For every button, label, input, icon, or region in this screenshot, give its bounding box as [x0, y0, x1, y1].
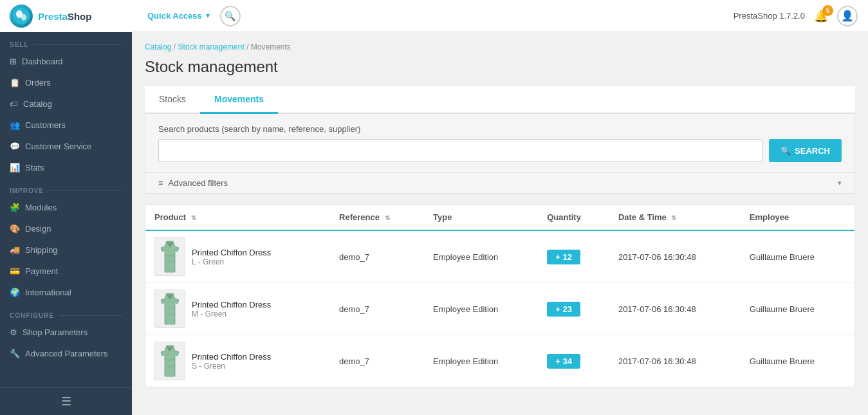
customers-icon: 👥: [10, 120, 20, 130]
advanced-filters-toggle[interactable]: ≡ Advanced filters ▾: [145, 173, 855, 194]
employee-cell-0: Guillaume Bruere: [741, 230, 854, 283]
improve-section-label: IMPROVE: [0, 178, 132, 197]
sidebar-item-payment[interactable]: 💳 Payment: [0, 261, 132, 282]
search-btn-label: SEARCH: [795, 146, 830, 156]
configure-section-label: CONFIGURE: [0, 303, 132, 322]
sidebar: PrestaShop SELL ⊞ Dashboard 📋 Orders 🏷 C…: [0, 0, 132, 415]
reference-cell-2: demo_7: [330, 335, 424, 387]
tab-stocks[interactable]: Stocks: [145, 86, 200, 114]
col-reference: Reference ⇅: [330, 205, 424, 230]
sidebar-item-shop-parameters[interactable]: ⚙ Shop Parameters: [0, 322, 132, 343]
orders-icon: 📋: [10, 78, 20, 88]
sort-product-icon[interactable]: ⇅: [191, 214, 196, 221]
product-cell-0: Printed Chiffon Dress L - Green: [145, 230, 330, 283]
product-thumbnail-2: [154, 342, 185, 380]
sidebar-item-shipping[interactable]: 🚚 Shipping: [0, 239, 132, 261]
shop-parameters-icon: ⚙: [10, 327, 17, 337]
table-row: Printed Chiffon Dress S - Green demo_7 E…: [145, 335, 854, 387]
col-product: Product ⇅: [145, 205, 330, 230]
sidebar-item-label: Shipping: [25, 245, 58, 255]
sidebar-item-label: Customer Service: [25, 142, 91, 151]
reference-cell-0: demo_7: [330, 230, 424, 283]
filter-icon: ≡: [158, 178, 163, 188]
quantity-badge-1: + 23: [547, 302, 580, 317]
stats-icon: 📊: [10, 163, 20, 172]
breadcrumb: Catalog / Stock management / Movements: [145, 42, 855, 51]
topbar-search-button[interactable]: 🔍: [220, 6, 241, 26]
svg-point-2: [21, 14, 26, 21]
sidebar-item-customers[interactable]: 👥 Customers: [0, 115, 132, 136]
main-content: Quick Access ▾ 🔍 PrestaShop 1.7.2.0 🔔 5 …: [132, 0, 868, 415]
topbar-right: PrestaShop 1.7.2.0 🔔 5 👤: [734, 6, 858, 26]
tab-movements[interactable]: Movements: [200, 86, 278, 114]
notifications-button[interactable]: 🔔 5: [814, 9, 828, 23]
advanced-parameters-icon: 🔧: [10, 349, 20, 358]
version-label: PrestaShop 1.7.2.0: [734, 11, 805, 21]
page-content: Catalog / Stock management / Movements S…: [132, 32, 868, 415]
datetime-cell-2: 2017-07-06 16:30:48: [609, 335, 741, 387]
sort-datetime-icon[interactable]: ⇅: [671, 214, 676, 221]
dashboard-icon: ⊞: [10, 57, 17, 66]
user-icon: 👤: [841, 10, 854, 22]
tabs: Stocks Movements: [145, 86, 855, 114]
advanced-filters-label: Advanced filters: [169, 178, 833, 188]
sidebar-item-catalog[interactable]: 🏷 Catalog: [0, 93, 132, 115]
sidebar-item-label: Modules: [25, 203, 57, 212]
sidebar-item-customer-service[interactable]: 💬 Customer Service: [0, 136, 132, 157]
sidebar-item-label: Catalog: [23, 99, 52, 109]
search-input[interactable]: [158, 139, 762, 162]
quantity-cell-1: + 23: [538, 283, 609, 335]
sidebar-bottom: ☰: [0, 387, 132, 415]
sidebar-item-label: Design: [25, 224, 51, 234]
product-variant-0: L - Green: [192, 257, 271, 266]
sidebar-item-advanced-parameters[interactable]: 🔧 Advanced Parameters: [0, 343, 132, 364]
quick-access-button[interactable]: Quick Access ▾: [142, 8, 215, 23]
design-icon: 🎨: [10, 224, 20, 234]
reference-cell-1: demo_7: [330, 283, 424, 335]
sidebar-item-label: Orders: [25, 78, 51, 88]
quantity-cell-0: + 12: [538, 230, 609, 283]
breadcrumb-current: Movements: [251, 42, 291, 51]
sidebar-item-international[interactable]: 🌍 International: [0, 282, 132, 303]
employee-cell-1: Guillaume Bruere: [741, 283, 854, 335]
logo-text: PrestaShop: [38, 11, 91, 22]
product-name-2: Printed Chiffon Dress: [192, 352, 271, 362]
movements-table: Product ⇅ Reference ⇅ Type Quantity: [145, 205, 854, 387]
sidebar-item-label: Advanced Parameters: [25, 349, 108, 358]
quantity-badge-2: + 34: [547, 354, 580, 369]
search-icon: 🔍: [225, 11, 235, 21]
sidebar-item-label: Customers: [25, 120, 66, 130]
sidebar-item-label: Stats: [25, 163, 44, 172]
table-row: Printed Chiffon Dress M - Green demo_7 E…: [145, 283, 854, 335]
sidebar-item-label: Payment: [25, 266, 58, 276]
search-button[interactable]: 🔍 SEARCH: [769, 139, 842, 162]
sidebar-item-design[interactable]: 🎨 Design: [0, 218, 132, 239]
product-thumbnail-1: [154, 290, 185, 328]
sell-section-label: SELL: [0, 32, 132, 51]
col-datetime: Date & Time ⇅: [609, 205, 741, 230]
product-variant-1: M - Green: [192, 309, 271, 318]
sidebar-item-modules[interactable]: 🧩 Modules: [0, 197, 132, 218]
col-type: Type: [424, 205, 538, 230]
logo: PrestaShop: [0, 0, 132, 32]
product-name-0: Printed Chiffon Dress: [192, 248, 271, 257]
logo-icon: [10, 5, 33, 28]
type-cell-1: Employee Edition: [424, 283, 538, 335]
employee-cell-2: Guillaume Bruere: [741, 335, 854, 387]
sidebar-item-orders[interactable]: 📋 Orders: [0, 72, 132, 93]
hamburger-icon[interactable]: ☰: [61, 394, 71, 409]
user-avatar-button[interactable]: 👤: [837, 6, 858, 26]
search-area: Search products (search by name, referen…: [145, 114, 855, 173]
col-employee: Employee: [741, 205, 854, 230]
sidebar-item-stats[interactable]: 📊 Stats: [0, 157, 132, 178]
product-name-1: Printed Chiffon Dress: [192, 300, 271, 309]
table-row: Printed Chiffon Dress L - Green demo_7 E…: [145, 230, 854, 283]
page-title: Stock management: [145, 58, 855, 76]
sort-reference-icon[interactable]: ⇅: [385, 214, 390, 221]
sidebar-item-label: Dashboard: [22, 57, 63, 66]
breadcrumb-catalog[interactable]: Catalog: [145, 42, 171, 51]
type-cell-0: Employee Edition: [424, 230, 538, 283]
sidebar-item-dashboard[interactable]: ⊞ Dashboard: [0, 51, 132, 72]
payment-icon: 💳: [10, 266, 20, 276]
breadcrumb-stock-management[interactable]: Stock management: [178, 42, 244, 51]
